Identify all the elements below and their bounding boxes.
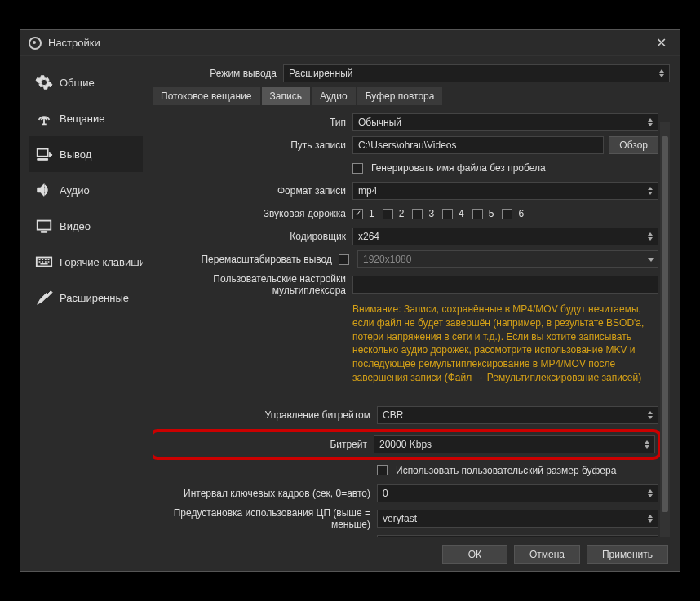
browse-button[interactable]: Обзор: [609, 136, 658, 154]
bitrate-label: Битрейт: [156, 439, 374, 450]
keyint-input[interactable]: 0: [377, 484, 658, 502]
apply-button[interactable]: Применить: [587, 545, 668, 564]
track-1-checkbox[interactable]: [352, 209, 363, 219]
body: Общие Вещание Вывод Аудио Видео Горячие …: [20, 56, 680, 537]
sidebar-item-hotkeys[interactable]: Горячие клавиши: [29, 244, 143, 280]
track-label: Звуковая дорожка: [153, 208, 352, 219]
custom-buffer-label: Использовать пользовательский размер буф…: [396, 465, 616, 476]
scrollbar-thumb[interactable]: [662, 136, 668, 512]
sidebar-label: Вывод: [60, 148, 91, 161]
preset-label: Предустановка использования ЦП (выше = м…: [153, 507, 377, 530]
footer: ОК Отмена Применить: [20, 537, 680, 571]
type-label: Тип: [153, 117, 352, 128]
muxer-input[interactable]: [352, 276, 658, 294]
close-icon[interactable]: ✕: [651, 35, 671, 51]
output-mode-label: Режим вывода: [153, 68, 283, 79]
app-icon: [29, 37, 42, 50]
path-label: Путь записи: [153, 139, 352, 151]
output-mode-row: Режим вывода Расширенный: [153, 64, 670, 82]
track-6-checkbox[interactable]: [502, 209, 512, 219]
content: Режим вывода Расширенный Потоковое вещан…: [143, 56, 680, 537]
scroll-area: Тип Обычный Путь записи C:\Users\ohrau\V…: [153, 113, 670, 537]
gen-filename-checkbox[interactable]: [352, 163, 363, 174]
track-3-checkbox[interactable]: [412, 209, 423, 219]
gen-filename-label: Генерировать имя файла без пробела: [371, 162, 546, 174]
output-icon: [35, 145, 53, 163]
tools-icon: [35, 289, 53, 307]
preset-select[interactable]: veryfast: [377, 510, 658, 528]
broadcast-icon: [35, 109, 53, 127]
tab-audio[interactable]: Аудио: [312, 87, 356, 105]
encoder-label: Кодировщик: [153, 231, 352, 242]
tab-streaming[interactable]: Потоковое вещание: [153, 87, 260, 105]
sidebar-label: Горячие клавиши: [60, 256, 143, 268]
sidebar-item-stream[interactable]: Вещание: [29, 100, 143, 136]
rescale-label: Перемасштабировать вывод: [153, 254, 339, 265]
profile-select[interactable]: (Нет): [377, 535, 658, 537]
encoder-select[interactable]: x264: [352, 228, 658, 245]
sidebar-item-advanced[interactable]: Расширенные: [29, 280, 143, 316]
sidebar-label: Видео: [60, 220, 91, 232]
keyint-label: Интервал ключевых кадров (сек, 0=авто): [153, 488, 377, 499]
bitrate-input[interactable]: 20000 Kbps: [374, 435, 655, 453]
scrollbar[interactable]: [660, 122, 670, 537]
custom-buffer-checkbox[interactable]: [377, 465, 388, 475]
sidebar-item-video[interactable]: Видео: [29, 208, 143, 244]
rc-label: Управление битрейтом: [153, 409, 377, 421]
window-title: Настройки: [48, 37, 651, 49]
bitrate-highlight: Битрейт 20000 Kbps: [153, 429, 662, 460]
sidebar-label: Расширенные: [60, 292, 129, 304]
format-select[interactable]: mp4: [352, 182, 658, 200]
tab-recording[interactable]: Запись: [262, 87, 310, 105]
keyboard-icon: [35, 253, 53, 271]
svg-rect-1: [38, 149, 48, 157]
sidebar-item-general[interactable]: Общие: [29, 64, 143, 100]
output-tabs: Потоковое вещание Запись Аудио Буфер пов…: [153, 87, 670, 105]
svg-rect-2: [38, 221, 51, 230]
rc-select[interactable]: CBR: [377, 406, 658, 424]
audio-icon: [35, 181, 53, 199]
rescale-select[interactable]: 1920x1080: [357, 250, 658, 268]
sidebar-label: Общие: [60, 77, 95, 89]
cancel-button[interactable]: Отмена: [514, 545, 580, 564]
ok-button[interactable]: ОК: [442, 545, 507, 564]
output-mode-select[interactable]: Расширенный: [283, 64, 670, 82]
track-2-checkbox[interactable]: [383, 209, 393, 219]
tab-replay-buffer[interactable]: Буфер повтора: [357, 87, 443, 105]
track-4-checkbox[interactable]: [442, 209, 453, 219]
sidebar-label: Аудио: [60, 184, 90, 197]
settings-window: Настройки ✕ Общие Вещание Вывод Аудио: [20, 29, 680, 572]
svg-point-0: [43, 117, 46, 120]
muxer-label: Пользовательские настройки мультиплексор…: [153, 273, 352, 296]
type-select[interactable]: Обычный: [352, 113, 658, 131]
format-label: Формат записи: [153, 185, 352, 197]
video-icon: [35, 217, 53, 235]
sidebar-item-output[interactable]: Вывод: [29, 136, 143, 172]
path-input[interactable]: C:\Users\ohrau\Videos: [352, 136, 604, 154]
titlebar: Настройки ✕: [20, 30, 680, 56]
rescale-checkbox[interactable]: [339, 254, 349, 265]
mp4-warning: Внимание: Записи, сохранённые в MP4/MOV …: [352, 301, 658, 387]
sidebar: Общие Вещание Вывод Аудио Видео Горячие …: [20, 56, 143, 537]
track-5-checkbox[interactable]: [472, 209, 483, 219]
sidebar-label: Вещание: [60, 113, 105, 125]
sidebar-item-audio[interactable]: Аудио: [29, 172, 143, 208]
gear-icon: [35, 73, 53, 91]
